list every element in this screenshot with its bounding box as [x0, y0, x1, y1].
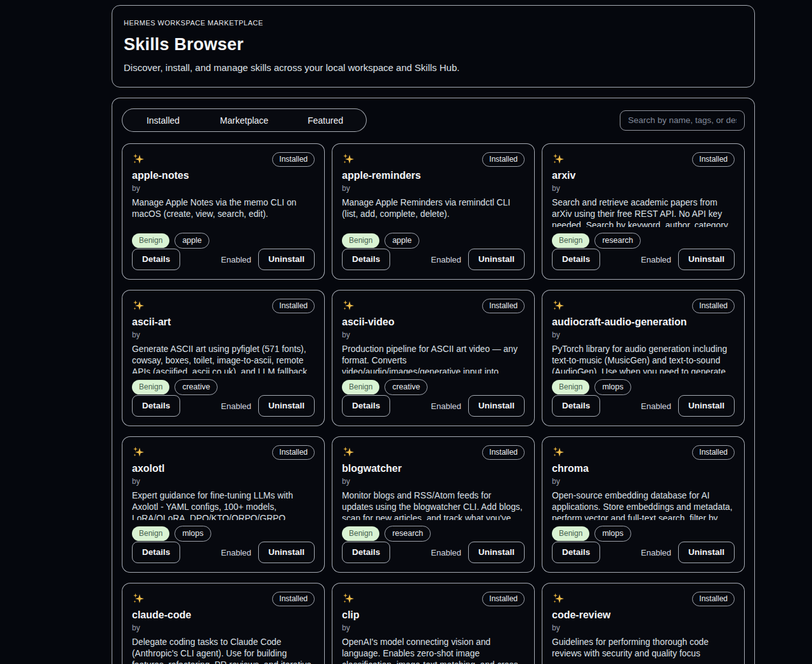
- enabled-status: Enabled: [221, 548, 251, 557]
- details-button[interactable]: Details: [132, 249, 180, 270]
- uninstall-button[interactable]: Uninstall: [468, 542, 525, 563]
- installed-badge: Installed: [482, 299, 525, 313]
- skill-name: audiocraft-audio-generation: [552, 316, 735, 328]
- badge-row: Benign mlops: [132, 526, 315, 542]
- skill-card-apple-notes: Installed apple-notes by Manage Apple No…: [122, 143, 325, 280]
- skill-card-chroma: Installed chroma by Open-source embeddin…: [542, 436, 745, 573]
- card-top-row: Installed: [132, 592, 315, 606]
- enabled-status: Enabled: [431, 548, 461, 557]
- skill-name: claude-code: [132, 609, 315, 621]
- badge-row: Benign research: [552, 233, 735, 249]
- sparkles-icon: [132, 446, 145, 459]
- skill-card-code-review: Installed code-review by Guidelines for …: [542, 583, 745, 664]
- sparkles-icon: [342, 153, 355, 166]
- skill-author: by: [552, 477, 735, 486]
- skill-description: Search and retrieve academic papers from…: [552, 197, 735, 227]
- skill-card-apple-reminders: Installed apple-reminders by Manage Appl…: [332, 143, 535, 280]
- enabled-status: Enabled: [431, 255, 461, 264]
- details-button[interactable]: Details: [552, 249, 600, 270]
- safety-badge: Benign: [132, 380, 169, 394]
- skill-name: clip: [342, 609, 525, 621]
- uninstall-button[interactable]: Uninstall: [678, 249, 735, 270]
- details-button[interactable]: Details: [342, 395, 390, 417]
- sparkles-icon: [342, 592, 355, 605]
- skill-author: by: [132, 330, 315, 339]
- uninstall-button[interactable]: Uninstall: [258, 542, 315, 563]
- uninstall-button[interactable]: Uninstall: [678, 542, 735, 563]
- card-top-row: Installed: [342, 592, 525, 606]
- uninstall-button[interactable]: Uninstall: [468, 249, 525, 270]
- skill-card-arxiv: Installed arxiv by Search and retrieve a…: [542, 143, 745, 280]
- badge-row: Benign creative: [132, 379, 315, 395]
- safety-badge: Benign: [132, 526, 169, 541]
- footer-right: Enabled Uninstall: [641, 542, 735, 563]
- sparkles-icon: [132, 153, 145, 166]
- card-footer: Details Enabled Uninstall: [342, 542, 525, 563]
- tab-installed[interactable]: Installed: [122, 109, 204, 131]
- safety-badge: Benign: [552, 526, 589, 541]
- tag-badge: apple: [174, 233, 209, 249]
- badge-row: Benign creative: [342, 379, 525, 395]
- tag-badge: mlops: [174, 526, 211, 542]
- uninstall-button[interactable]: Uninstall: [678, 395, 735, 417]
- enabled-status: Enabled: [641, 548, 671, 557]
- skill-description: Guidelines for performing thorough code …: [552, 637, 735, 664]
- card-top-row: Installed: [132, 445, 315, 460]
- sparkles-icon: [552, 153, 565, 166]
- header-eyebrow: HERMES WORKSPACE MARKETPLACE: [124, 19, 743, 27]
- skill-name: blogwatcher: [342, 463, 525, 474]
- skill-name: apple-notes: [132, 170, 315, 181]
- tab-featured[interactable]: Featured: [285, 109, 366, 131]
- uninstall-button[interactable]: Uninstall: [258, 249, 315, 270]
- skill-author: by: [552, 184, 735, 193]
- safety-badge: Benign: [342, 526, 379, 541]
- search-input[interactable]: [620, 110, 745, 131]
- card-top-row: Installed: [552, 445, 735, 460]
- card-top-row: Installed: [342, 299, 525, 313]
- card-footer: Details Enabled Uninstall: [132, 249, 315, 270]
- tab-marketplace[interactable]: Marketplace: [204, 109, 285, 131]
- uninstall-button[interactable]: Uninstall: [468, 395, 525, 417]
- skill-card-ascii-video: Installed ascii-video by Production pipe…: [332, 290, 535, 426]
- details-button[interactable]: Details: [342, 542, 390, 563]
- card-top-row: Installed: [552, 299, 735, 313]
- safety-badge: Benign: [342, 233, 379, 248]
- skills-grid: Installed apple-notes by Manage Apple No…: [122, 143, 745, 664]
- skill-name: chroma: [552, 463, 735, 474]
- uninstall-button[interactable]: Uninstall: [258, 395, 315, 417]
- skill-description: Monitor blogs and RSS/Atom feeds for upd…: [342, 490, 525, 520]
- sparkles-icon: [132, 299, 145, 312]
- badge-row: Benign apple: [132, 233, 315, 249]
- safety-badge: Benign: [552, 233, 589, 248]
- card-footer: Details Enabled Uninstall: [552, 395, 735, 417]
- skill-author: by: [342, 330, 525, 339]
- skill-description: Delegate coding tasks to Claude Code (An…: [132, 637, 315, 664]
- page-title: Skills Browser: [124, 35, 743, 55]
- tag-badge: mlops: [594, 526, 631, 542]
- skill-description: Manage Apple Notes via the memo CLI on m…: [132, 197, 315, 227]
- details-button[interactable]: Details: [552, 395, 600, 417]
- enabled-status: Enabled: [221, 401, 251, 411]
- skill-author: by: [132, 477, 315, 486]
- sparkles-icon: [552, 592, 565, 605]
- tag-badge: mlops: [594, 379, 631, 395]
- skill-description: Open-source embedding database for AI ap…: [552, 490, 735, 520]
- details-button[interactable]: Details: [552, 542, 600, 563]
- enabled-status: Enabled: [641, 255, 671, 264]
- page-subtitle: Discover, install, and manage skills acr…: [124, 62, 743, 73]
- details-button[interactable]: Details: [132, 542, 180, 563]
- badge-row: Benign research: [342, 526, 525, 542]
- skill-description: Production pipeline for ASCII art video …: [342, 344, 525, 374]
- footer-right: Enabled Uninstall: [641, 249, 735, 270]
- footer-right: Enabled Uninstall: [221, 249, 315, 270]
- skill-name: ascii-art: [132, 316, 315, 328]
- installed-badge: Installed: [272, 299, 315, 313]
- details-button[interactable]: Details: [342, 249, 390, 270]
- skill-card-axolotl: Installed axolotl by Expert guidance for…: [122, 436, 325, 573]
- skill-description: OpenAI's model connecting vision and lan…: [342, 637, 525, 664]
- details-button[interactable]: Details: [132, 395, 180, 417]
- tag-badge: creative: [384, 379, 428, 395]
- card-top-row: Installed: [342, 445, 525, 460]
- card-footer: Details Enabled Uninstall: [132, 395, 315, 417]
- skill-card-ascii-art: Installed ascii-art by Generate ASCII ar…: [122, 290, 325, 426]
